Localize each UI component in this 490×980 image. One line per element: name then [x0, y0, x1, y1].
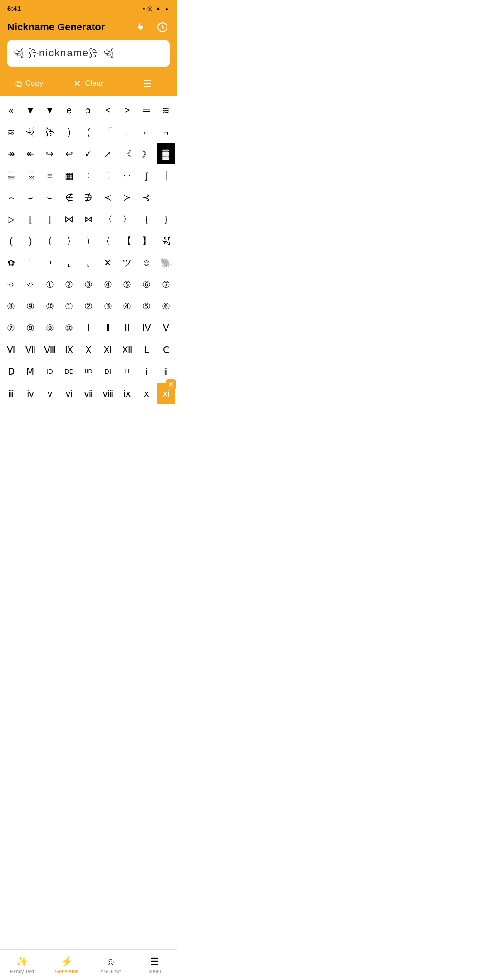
- symbol-cell[interactable]: ]: [40, 209, 59, 230]
- symbol-cell[interactable]: ): [60, 122, 78, 142]
- symbol-cell[interactable]: 〈: [98, 209, 117, 230]
- symbol-cell[interactable]: ⑤: [118, 274, 137, 295]
- symbol-cell[interactable]: ⑩: [40, 296, 59, 317]
- symbol-cell[interactable]: ↗: [98, 143, 117, 164]
- symbol-cell[interactable]: ⟨: [40, 230, 59, 251]
- symbol-cell[interactable]: ⑦: [2, 318, 20, 338]
- symbol-cell[interactable]: 「: [98, 122, 117, 142]
- symbol-cell[interactable]: ⌣: [21, 187, 40, 208]
- symbol-cell[interactable]: ⑦: [157, 274, 175, 295]
- symbol-cell[interactable]: ∉: [60, 187, 78, 208]
- symbol-cell[interactable]: {: [137, 209, 156, 230]
- symbol-cell[interactable]: 】: [137, 230, 156, 251]
- symbol-cell[interactable]: ⟨: [98, 230, 117, 251]
- symbol-cell[interactable]: ≋: [2, 122, 20, 142]
- symbol-cell[interactable]: ⸃: [40, 252, 59, 273]
- symbol-cell[interactable]: ④: [98, 274, 117, 295]
- symbol-cell[interactable]: [157, 187, 175, 208]
- symbol-cell[interactable]: ⊰: [137, 187, 156, 208]
- symbol-cell[interactable]: 《: [118, 143, 137, 164]
- symbol-cell[interactable]: Ⅴ: [157, 318, 175, 338]
- nav-generator[interactable]: ⚡ Generator: [44, 950, 89, 980]
- symbol-cell[interactable]: ⌣: [40, 187, 59, 208]
- symbol-cell[interactable]: ②: [60, 274, 78, 295]
- symbol-cell[interactable]: ③: [98, 296, 117, 317]
- symbol-cell[interactable]: ≤: [98, 100, 117, 121]
- symbol-cell[interactable]: ⑤: [137, 296, 156, 317]
- symbol-cell[interactable]: ꧂: [40, 122, 59, 142]
- symbol-cell[interactable]: ɔ: [79, 100, 98, 121]
- symbol-cell[interactable]: ✕: [98, 252, 117, 273]
- symbol-cell[interactable]: ∶: [79, 165, 98, 186]
- copy-button[interactable]: ⧉ Copy: [0, 76, 59, 92]
- symbol-cell[interactable]: ⌡: [157, 165, 175, 186]
- symbol-cell[interactable]: ¬: [157, 122, 175, 142]
- symbol-cell[interactable]: ⁛: [118, 165, 137, 186]
- clear-button[interactable]: ✕ Clear: [59, 75, 118, 92]
- symbol-cell[interactable]: ≡: [40, 165, 59, 186]
- symbol-cell[interactable]: ①: [60, 296, 78, 317]
- symbol-cell[interactable]: Ⅿ: [21, 361, 40, 382]
- symbol-cell[interactable]: Ⅵ: [2, 339, 20, 360]
- symbol-cell[interactable]: ≻: [118, 187, 137, 208]
- symbol-cell[interactable]: Ⅸ: [60, 339, 78, 360]
- symbol-cell[interactable]: Ⅾ: [2, 361, 20, 382]
- symbol-cell[interactable]: Ⅺ: [98, 339, 117, 360]
- nav-ascii-art[interactable]: ☺ ASCII Art: [88, 950, 133, 980]
- symbol-cell[interactable]: ⑩: [60, 318, 78, 338]
- symbol-cell[interactable]: ⅵ: [60, 383, 78, 404]
- symbol-cell[interactable]: ⸤: [79, 252, 98, 273]
- symbol-cell[interactable]: ⑧: [21, 318, 40, 338]
- symbol-cell[interactable]: 🐘: [157, 252, 175, 273]
- symbol-cell[interactable]: ☺: [137, 252, 156, 273]
- symbol-cell[interactable]: ⅠD: [40, 361, 59, 382]
- symbol-cell[interactable]: [: [21, 209, 40, 230]
- symbol-cell[interactable]: 【: [118, 230, 137, 251]
- symbol-cell[interactable]: ⸃: [21, 252, 40, 273]
- symbol-cell[interactable]: ▦: [60, 165, 78, 186]
- symbol-cell[interactable]: 」: [118, 122, 137, 142]
- symbol-cell[interactable]: ): [21, 230, 40, 251]
- symbol-cell[interactable]: ⑥: [157, 296, 175, 317]
- symbol-cell[interactable]: ↪: [40, 143, 59, 164]
- symbol-cell[interactable]: ∌: [79, 187, 98, 208]
- symbol-cell[interactable]: ꧁: [157, 230, 175, 251]
- symbol-cell[interactable]: ✓: [79, 143, 98, 164]
- symbol-cell[interactable]: ✿: [2, 252, 20, 273]
- symbol-cell[interactable]: ░: [21, 165, 40, 186]
- symbol-cell[interactable]: ▓: [157, 143, 175, 164]
- symbol-cell[interactable]: ═: [137, 100, 156, 121]
- symbol-cell[interactable]: ⑥: [137, 274, 156, 295]
- symbol-cell[interactable]: (: [2, 230, 20, 251]
- symbol-cell[interactable]: Ⅼ: [137, 339, 156, 360]
- menu-button[interactable]: ☰: [118, 75, 177, 92]
- symbol-cell[interactable]: ④: [118, 296, 137, 317]
- symbol-cell[interactable]: ②: [79, 296, 98, 317]
- symbol-cell[interactable]: ≥: [118, 100, 137, 121]
- symbol-cell[interactable]: ↞: [21, 143, 40, 164]
- symbol-cell[interactable]: Ⅱ: [98, 318, 117, 338]
- symbol-cell[interactable]: ⑨: [21, 296, 40, 317]
- symbol-cell[interactable]: ⟩: [60, 230, 78, 251]
- symbol-cell[interactable]: ⸤: [60, 252, 78, 273]
- symbol-cell[interactable]: ⅳ: [21, 383, 40, 404]
- symbol-cell[interactable]: ⋈: [60, 209, 78, 230]
- symbol-cell[interactable]: ③: [79, 274, 98, 295]
- symbol-cell[interactable]: «: [2, 100, 20, 121]
- symbol-cell[interactable]: Ⅳ: [137, 318, 156, 338]
- symbol-cell[interactable]: 》: [137, 143, 156, 164]
- symbol-cell[interactable]: 〉: [118, 209, 137, 230]
- symbol-cell[interactable]: ▷: [2, 209, 20, 230]
- symbol-cell[interactable]: ⅰ: [137, 361, 156, 382]
- symbol-cell[interactable]: ꩜: [21, 274, 40, 295]
- symbol-cell[interactable]: ↩: [60, 143, 78, 164]
- symbol-cell[interactable]: ę: [60, 100, 78, 121]
- symbol-cell[interactable]: ツ: [118, 252, 137, 273]
- symbol-cell[interactable]: ↠: [2, 143, 20, 164]
- symbol-cell[interactable]: }: [157, 209, 175, 230]
- symbol-cell[interactable]: ▼: [21, 100, 40, 121]
- symbol-cell[interactable]: ⅶ: [79, 383, 98, 404]
- symbol-cell[interactable]: ≺: [98, 187, 117, 208]
- symbol-cell[interactable]: ⅮⅠ: [98, 361, 117, 382]
- symbol-cell[interactable]: ⋈: [79, 209, 98, 230]
